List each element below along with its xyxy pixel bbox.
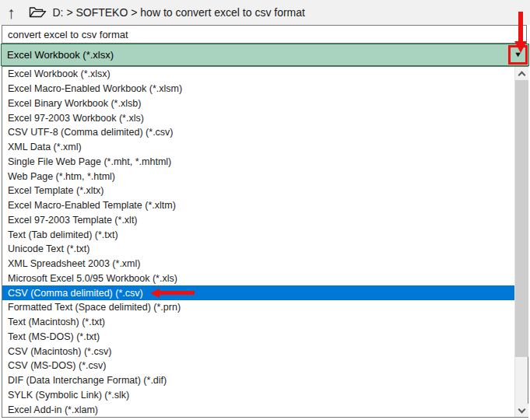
format-option[interactable]: XML Spreadsheet 2003 (*.xml) bbox=[2, 257, 514, 271]
format-option-label: Excel 97-2003 Workbook (*.xls) bbox=[8, 113, 144, 124]
format-option-label: Text (Tab delimited) (*.txt) bbox=[8, 229, 118, 240]
format-option[interactable]: CSV (MS-DOS) (*.csv) bbox=[2, 359, 514, 373]
format-option-label: CSV UTF-8 (Comma delimited) (*.csv) bbox=[8, 127, 174, 138]
format-option[interactable]: DIF (Data Interchange Format) (*.dif) bbox=[2, 373, 514, 388]
format-option-label: Excel Workbook (*.xlsx) bbox=[8, 68, 111, 79]
filetype-selected-label: Excel Workbook (*.xlsx) bbox=[2, 49, 114, 61]
format-option-label: SYLK (Symbolic Link) (*.slk) bbox=[8, 390, 129, 401]
format-option[interactable]: Text (Macintosh) (*.txt) bbox=[2, 315, 514, 330]
format-option[interactable]: Microsoft Excel 5.0/95 Workbook (*.xls) bbox=[2, 271, 514, 286]
scrollbar-down-button[interactable] bbox=[515, 404, 528, 417]
format-option[interactable]: Excel Macro-Enabled Workbook (*.xlsm) bbox=[2, 82, 514, 96]
format-option[interactable]: CSV UTF-8 (Comma delimited) (*.csv) bbox=[2, 125, 514, 140]
format-option-label: Excel Macro-Enabled Workbook (*.xlsm) bbox=[8, 83, 182, 94]
filename-value: convert excel to csv format bbox=[2, 29, 128, 40]
filetype-options-list: Excel Workbook (*.xlsx)Excel Macro-Enabl… bbox=[2, 66, 528, 418]
format-option-label: Excel Template (*.xltx) bbox=[8, 185, 104, 196]
format-option-label: Text (MS-DOS) (*.txt) bbox=[8, 331, 100, 342]
format-option-label: Excel Add-in (*.xlam) bbox=[8, 404, 98, 415]
format-option[interactable]: Excel Add-in (*.xlam) bbox=[2, 402, 514, 417]
format-option[interactable]: Excel Macro-Enabled Template (*.xltm) bbox=[2, 198, 514, 213]
format-option-label: Excel 97-2003 Template (*.xlt) bbox=[8, 215, 138, 226]
format-option[interactable]: Excel Workbook (*.xlsx) bbox=[2, 67, 514, 82]
format-option-label: Excel Binary Workbook (*.xlsb) bbox=[8, 98, 141, 109]
format-option-label: Single File Web Page (*.mht, *.mhtml) bbox=[8, 156, 171, 167]
scrollbar-up-button[interactable] bbox=[515, 67, 528, 80]
navigation-bar: ↑ D: > SOFTEKO > how to convert excel to… bbox=[0, 0, 530, 25]
breadcrumb[interactable]: D: > SOFTEKO > how to convert excel to c… bbox=[53, 6, 305, 19]
format-option[interactable]: Text (MS-DOS) (*.txt) bbox=[2, 330, 514, 345]
save-as-dialog-fragment: ↑ D: > SOFTEKO > how to convert excel to… bbox=[0, 0, 530, 420]
format-option-label: Web Page (*.htm, *.html) bbox=[8, 171, 115, 182]
format-option[interactable]: XML Data (*.xml) bbox=[2, 140, 514, 155]
format-option[interactable]: Unicode Text (*.txt) bbox=[2, 242, 514, 257]
format-option-label: DIF (Data Interchange Format) (*.dif) bbox=[8, 375, 167, 386]
format-option[interactable]: Excel Binary Workbook (*.xlsb) bbox=[2, 96, 514, 111]
format-option[interactable]: Excel 97-2003 Template (*.xlt) bbox=[2, 213, 514, 228]
format-option-label: Text (Macintosh) (*.txt) bbox=[8, 317, 105, 327]
annotation-arrow-left bbox=[150, 289, 195, 298]
format-option-label: Formatted Text (Space delimited) (*.prn) bbox=[8, 302, 181, 313]
format-option-label: CSV (MS-DOS) (*.csv) bbox=[8, 360, 106, 371]
format-option-selected[interactable]: CSV (Comma delimited) (*.csv) bbox=[2, 285, 514, 300]
format-option[interactable]: Formatted Text (Space delimited) (*.prn) bbox=[2, 300, 514, 315]
format-option[interactable]: Excel 97-2003 Workbook (*.xls) bbox=[2, 110, 514, 125]
format-option[interactable]: Text (Tab delimited) (*.txt) bbox=[2, 227, 514, 242]
format-option-label: XML Data (*.xml) bbox=[8, 142, 82, 152]
up-directory-icon[interactable]: ↑ bbox=[7, 5, 16, 21]
scrollbar[interactable] bbox=[514, 67, 528, 417]
filetype-dropdown[interactable]: Excel Workbook (*.xlsx) ▼ bbox=[1, 44, 529, 66]
format-option-label: Unicode Text (*.txt) bbox=[8, 243, 90, 254]
format-option-label: Microsoft Excel 5.0/95 Workbook (*.xls) bbox=[8, 273, 177, 284]
scrollbar-thumb[interactable] bbox=[515, 80, 528, 357]
annotation-arrow-down bbox=[514, 12, 527, 53]
format-option[interactable]: CSV (Macintosh) (*.csv) bbox=[2, 344, 514, 359]
folder-icon bbox=[29, 5, 47, 19]
format-option[interactable]: Excel Template (*.xltx) bbox=[2, 184, 514, 198]
format-option-label: Excel Macro-Enabled Template (*.xltm) bbox=[8, 200, 176, 211]
format-option[interactable]: Web Page (*.htm, *.html) bbox=[2, 169, 514, 184]
format-option[interactable]: Single File Web Page (*.mht, *.mhtml) bbox=[2, 155, 514, 170]
format-option-label: CSV (Macintosh) (*.csv) bbox=[8, 346, 111, 357]
format-option-label: XML Spreadsheet 2003 (*.xml) bbox=[8, 258, 140, 269]
filename-input[interactable]: convert excel to csv format bbox=[2, 25, 527, 44]
format-option-label: CSV (Comma delimited) (*.csv) bbox=[8, 288, 143, 299]
format-option[interactable]: SYLK (Symbolic Link) (*.slk) bbox=[2, 388, 514, 403]
